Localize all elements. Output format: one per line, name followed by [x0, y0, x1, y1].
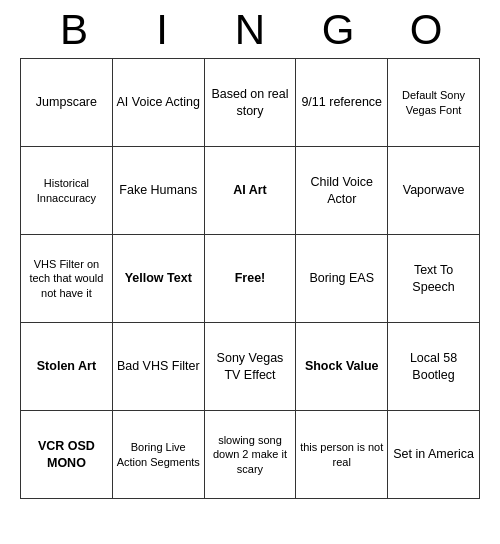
- cell-4-1[interactable]: Boring Live Action Segments: [112, 411, 204, 499]
- grid-row-1: Historical InnaccuracyFake HumansAI ArtC…: [21, 147, 480, 235]
- cell-4-2[interactable]: slowing song down 2 make it scary: [204, 411, 296, 499]
- cell-4-0[interactable]: VCR OSD MONO: [21, 411, 113, 499]
- cell-2-1[interactable]: Yellow Text: [112, 235, 204, 323]
- cell-3-2[interactable]: Sony Vegas TV Effect: [204, 323, 296, 411]
- cell-4-3[interactable]: this person is not real: [296, 411, 388, 499]
- cell-0-4[interactable]: Default Sony Vegas Font: [388, 59, 480, 147]
- cell-1-0[interactable]: Historical Innaccuracy: [21, 147, 113, 235]
- grid-row-2: VHS Filter on tech that would not have i…: [21, 235, 480, 323]
- cell-0-1[interactable]: AI Voice Acting: [112, 59, 204, 147]
- cell-4-4[interactable]: Set in America: [388, 411, 480, 499]
- cell-1-1[interactable]: Fake Humans: [112, 147, 204, 235]
- cell-1-3[interactable]: Child Voice Actor: [296, 147, 388, 235]
- title-letter-g: G: [294, 6, 382, 54]
- cell-2-3[interactable]: Boring EAS: [296, 235, 388, 323]
- cell-3-4[interactable]: Local 58 Bootleg: [388, 323, 480, 411]
- cell-3-3[interactable]: Shock Value: [296, 323, 388, 411]
- cell-0-0[interactable]: Jumpscare: [21, 59, 113, 147]
- cell-2-4[interactable]: Text To Speech: [388, 235, 480, 323]
- title-letter-b: B: [30, 6, 118, 54]
- cell-0-3[interactable]: 9/11 reference: [296, 59, 388, 147]
- cell-2-0[interactable]: VHS Filter on tech that would not have i…: [21, 235, 113, 323]
- title-letter-o: O: [382, 6, 470, 54]
- cell-3-0[interactable]: Stolen Art: [21, 323, 113, 411]
- bingo-title: B I N G O: [20, 6, 480, 54]
- bingo-grid: JumpscareAI Voice ActingBased on real st…: [20, 58, 480, 499]
- grid-row-3: Stolen ArtBad VHS FilterSony Vegas TV Ef…: [21, 323, 480, 411]
- cell-1-4[interactable]: Vaporwave: [388, 147, 480, 235]
- cell-0-2[interactable]: Based on real story: [204, 59, 296, 147]
- title-letter-i: I: [118, 6, 206, 54]
- title-letter-n: N: [206, 6, 294, 54]
- cell-1-2[interactable]: AI Art: [204, 147, 296, 235]
- grid-row-4: VCR OSD MONOBoring Live Action Segmentss…: [21, 411, 480, 499]
- cell-2-2[interactable]: Free!: [204, 235, 296, 323]
- cell-3-1[interactable]: Bad VHS Filter: [112, 323, 204, 411]
- grid-row-0: JumpscareAI Voice ActingBased on real st…: [21, 59, 480, 147]
